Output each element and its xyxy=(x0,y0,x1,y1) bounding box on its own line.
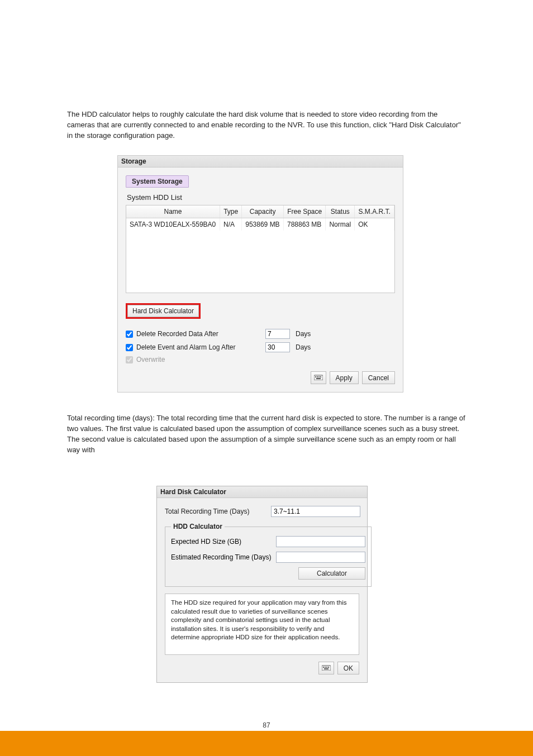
storage-panel: Storage System Storage System HDD List N… xyxy=(117,155,403,393)
apply-button[interactable]: Apply xyxy=(330,371,359,384)
hard-disk-calculator-button[interactable]: Hard Disk Calculator xyxy=(127,305,199,317)
estimated-recording-time-input[interactable] xyxy=(276,552,365,563)
delete-log-checkbox[interactable] xyxy=(126,344,133,351)
calculator-button[interactable]: Calculator xyxy=(298,567,365,580)
hdd-table: Name Type Capacity Free Space Status S.M… xyxy=(126,205,395,293)
page-number: 87 xyxy=(0,721,533,729)
svg-rect-9 xyxy=(326,667,327,668)
hdd-calculator-fieldset: HDD Calculator Expected HD Size (GB) Est… xyxy=(165,523,372,587)
keyboard-button[interactable] xyxy=(311,371,326,384)
days-label-1: Days xyxy=(296,330,311,338)
calc-disclaimer: The HDD size required for your applicati… xyxy=(165,594,359,655)
col-capacity[interactable]: Capacity xyxy=(242,205,284,218)
estimated-recording-time-label: Estimated Recording Time (Days) xyxy=(171,553,272,561)
delete-recorded-text: Delete Recorded Data After xyxy=(136,330,218,338)
col-name[interactable]: Name xyxy=(126,205,220,218)
keyboard-icon xyxy=(322,664,331,672)
svg-rect-7 xyxy=(323,667,324,668)
overwrite-checkbox-label: Overwrite xyxy=(126,356,165,363)
cell-type: N/A xyxy=(220,218,242,231)
cancel-button[interactable]: Cancel xyxy=(362,371,395,384)
cell-smart: OK xyxy=(355,218,394,231)
col-free-space[interactable]: Free Space xyxy=(283,205,325,218)
expected-hd-size-label: Expected HD Size (GB) xyxy=(171,538,272,546)
storage-title: Storage xyxy=(118,156,403,168)
overwrite-checkbox xyxy=(126,356,133,363)
delete-recorded-days-input[interactable] xyxy=(265,329,290,339)
cell-capacity: 953869 MB xyxy=(242,218,284,231)
cell-status: Normal xyxy=(326,218,355,231)
delete-recorded-checkbox-label[interactable]: Delete Recorded Data After xyxy=(126,330,260,338)
delete-log-days-input[interactable] xyxy=(265,342,290,352)
days-label-2: Days xyxy=(296,343,311,351)
col-status[interactable]: Status xyxy=(326,205,355,218)
highlight-outline: Hard Disk Calculator xyxy=(126,303,201,319)
svg-rect-1 xyxy=(315,376,316,377)
col-type[interactable]: Type xyxy=(220,205,242,218)
hdd-calculator-legend: HDD Calculator xyxy=(171,523,225,530)
body-paragraph-1: The HDD calculator helps to roughly calc… xyxy=(67,109,466,141)
svg-rect-10 xyxy=(328,667,329,668)
svg-rect-4 xyxy=(320,376,321,377)
footer-bar xyxy=(0,731,533,756)
delete-recorded-checkbox[interactable] xyxy=(126,331,133,338)
svg-rect-2 xyxy=(317,376,318,377)
delete-log-checkbox-label[interactable]: Delete Event and Alarm Log After xyxy=(126,343,260,351)
tab-system-storage[interactable]: System Storage xyxy=(126,175,189,188)
total-recording-time-label: Total Recording Time (Days) xyxy=(165,508,265,515)
svg-rect-8 xyxy=(325,667,326,668)
cell-name: SATA-3 WD10EALX-559BA0 xyxy=(126,218,220,231)
total-recording-time-value xyxy=(271,506,360,517)
svg-rect-3 xyxy=(318,376,320,377)
table-row[interactable]: SATA-3 WD10EALX-559BA0 N/A 953869 MB 788… xyxy=(126,218,394,231)
hdd-list-heading: System HDD List xyxy=(127,193,395,202)
delete-log-text: Delete Event and Alarm Log After xyxy=(136,343,235,351)
hard-disk-calculator-dialog: Hard Disk Calculator Total Recording Tim… xyxy=(156,486,368,683)
body-paragraph-2: Total recording time (days): The total r… xyxy=(67,413,466,455)
calc-dialog-title: Hard Disk Calculator xyxy=(157,486,367,498)
overwrite-text: Overwrite xyxy=(136,356,165,363)
col-smart[interactable]: S.M.A.R.T. xyxy=(355,205,394,218)
svg-rect-0 xyxy=(314,375,323,380)
calc-ok-button[interactable]: OK xyxy=(337,662,359,674)
cell-free: 788863 MB xyxy=(283,218,325,231)
calc-keyboard-button[interactable] xyxy=(318,662,334,674)
keyboard-icon xyxy=(314,374,323,382)
svg-rect-11 xyxy=(324,668,329,669)
svg-rect-5 xyxy=(316,378,321,379)
svg-rect-6 xyxy=(322,666,331,671)
hdd-table-header-row: Name Type Capacity Free Space Status S.M… xyxy=(126,205,394,218)
expected-hd-size-input[interactable] xyxy=(276,536,365,547)
